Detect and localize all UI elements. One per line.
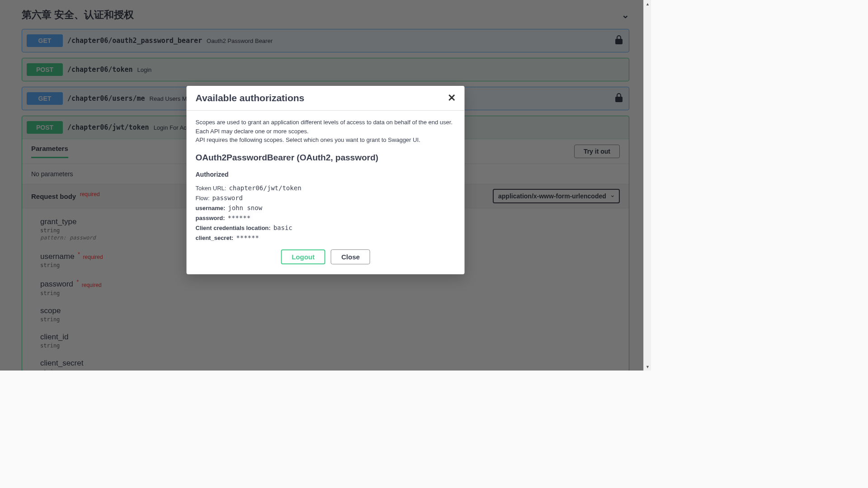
- username-label: username:: [196, 205, 226, 211]
- scope-description: Scopes are used to grant an application …: [196, 118, 456, 145]
- scroll-up-icon[interactable]: ▲: [644, 0, 651, 8]
- client-secret-value: ******: [236, 234, 259, 241]
- authorized-label: Authorized: [196, 171, 456, 178]
- client-secret-label: client_secret:: [196, 235, 234, 241]
- auth-scheme-name: OAuth2PasswordBearer (OAuth2, password): [196, 153, 456, 163]
- password-value: ******: [228, 214, 251, 221]
- password-label: password:: [196, 215, 225, 221]
- cred-location-label: Client credentials location:: [196, 225, 271, 231]
- cred-location-value: basic: [274, 224, 292, 231]
- modal-title: Available authorizations: [196, 93, 305, 103]
- scroll-down-icon[interactable]: ▼: [644, 363, 651, 371]
- token-url-label: Token URL:: [196, 185, 226, 192]
- username-value: john snow: [228, 204, 262, 211]
- logout-button[interactable]: Logout: [281, 249, 326, 264]
- flow-value: password: [212, 194, 243, 202]
- flow-label: Flow:: [196, 195, 210, 202]
- close-icon[interactable]: ✕: [448, 92, 456, 104]
- scrollbar[interactable]: ▲ ▼: [643, 0, 651, 371]
- authorization-modal: Available authorizations ✕ Scopes are us…: [187, 86, 465, 274]
- token-url-value: chapter06/jwt/token: [229, 184, 301, 192]
- close-button[interactable]: Close: [331, 249, 370, 264]
